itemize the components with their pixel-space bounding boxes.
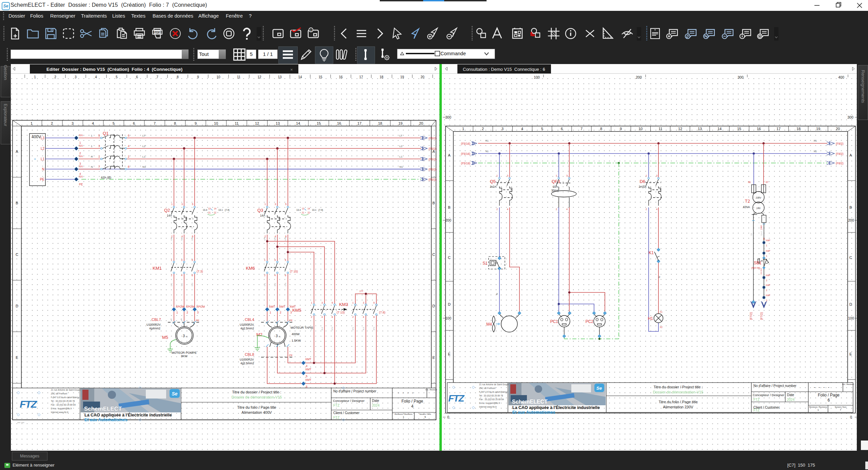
svg-text:5: 5 bbox=[541, 127, 543, 131]
svg-text:9: 9 bbox=[197, 75, 199, 79]
svg-text:13-2: 13-2 bbox=[761, 231, 763, 236]
svg-text:(7 15): (7 15) bbox=[290, 270, 298, 273]
svg-text:4: 4 bbox=[566, 208, 568, 211]
svg-text:ZAC de Fremont: ZAC de Fremont bbox=[51, 392, 67, 395]
svg-text:(F8/2): (F8/2) bbox=[836, 162, 844, 165]
svg-text:L1: L1 bbox=[399, 155, 402, 158]
svg-text:XA: XA bbox=[79, 144, 83, 147]
svg-text:1: 1 bbox=[270, 311, 271, 314]
svg-text:Titre du folio / Page title: Titre du folio / Page title bbox=[658, 400, 697, 404]
svg-text:D6: D6 bbox=[639, 179, 645, 184]
svg-text:63A (B): 63A (B) bbox=[101, 176, 111, 179]
svg-text:6: 6 bbox=[306, 385, 308, 388]
svg-text:Se: Se bbox=[172, 391, 177, 396]
svg-text:1T6: 1T6 bbox=[284, 283, 287, 286]
svg-text:2L2: 2L2 bbox=[321, 327, 323, 330]
svg-text:Q2: Q2 bbox=[164, 208, 170, 213]
svg-text:(F5/2): (F5/2) bbox=[429, 158, 437, 161]
svg-text:PE: PE bbox=[79, 183, 83, 186]
svg-text:Se: Se bbox=[596, 386, 602, 391]
svg-text:5: 5 bbox=[98, 134, 100, 137]
svg-text:18: 18 bbox=[379, 75, 383, 79]
svg-text:2: 2 bbox=[280, 311, 281, 314]
svg-text:24V: 24V bbox=[756, 207, 761, 209]
svg-text:2: 2 bbox=[766, 279, 767, 282]
svg-text:D: D bbox=[849, 302, 852, 306]
svg-text:S1: S1 bbox=[482, 261, 488, 266]
svg-text:XAP: XAP bbox=[766, 250, 770, 252]
svg-text:2024: 2024 bbox=[787, 398, 795, 402]
svg-text:18: 18 bbox=[378, 121, 382, 125]
svg-text:10: 10 bbox=[214, 121, 218, 125]
svg-text:1: 1 bbox=[556, 174, 557, 177]
svg-text:6: 6 bbox=[136, 75, 138, 79]
svg-text:11: 11 bbox=[237, 75, 241, 79]
svg-text:15: 15 bbox=[318, 75, 322, 79]
svg-text:A: A bbox=[849, 153, 852, 157]
svg-text:8: 8 bbox=[128, 165, 130, 168]
svg-text:3T3: 3T3 bbox=[373, 327, 375, 330]
svg-text:5: 5 bbox=[192, 259, 193, 262]
svg-text:2: 2 bbox=[171, 274, 172, 277]
svg-text:24V: 24V bbox=[760, 225, 763, 230]
svg-text:PC1: PC1 bbox=[550, 319, 558, 324]
svg-text:1: 1 bbox=[817, 409, 819, 411]
svg-text:XAP: XAP bbox=[766, 274, 770, 277]
svg-text:— —: — — bbox=[17, 421, 24, 424]
svg-text:(F8/2): (F8/2) bbox=[836, 152, 844, 156]
svg-text:CBL4: CBL4 bbox=[245, 318, 254, 322]
svg-text:3T1: 3T1 bbox=[352, 327, 354, 330]
svg-text:6: 6 bbox=[128, 134, 130, 137]
svg-text:+: + bbox=[34, 157, 36, 161]
svg-text:22: 22 bbox=[214, 211, 217, 214]
svg-text:4: 4 bbox=[274, 274, 276, 277]
svg-text:5: 5 bbox=[116, 75, 118, 79]
svg-text:16: 16 bbox=[339, 75, 343, 79]
svg-text:FTZ: FTZ bbox=[753, 398, 760, 402]
svg-text:.63VA: .63VA bbox=[742, 205, 750, 209]
svg-text:100: 100 bbox=[534, 75, 540, 79]
svg-text:1: 1 bbox=[766, 244, 767, 247]
svg-text:M5: M5 bbox=[162, 335, 168, 340]
svg-text:12: 12 bbox=[678, 127, 682, 131]
svg-text:U1000R2V: U1000R2V bbox=[146, 323, 161, 326]
svg-text:Fax : 33 (0)3 83 25 89 84: Fax : 33 (0)3 83 25 89 84 bbox=[479, 398, 504, 401]
svg-text:C: C bbox=[16, 252, 18, 257]
svg-text:N: N bbox=[42, 167, 44, 171]
svg-text:Titre du folio / Page title: Titre du folio / Page title bbox=[237, 405, 276, 409]
svg-text:Concepteur / Designer: Concepteur / Designer bbox=[333, 399, 364, 403]
svg-text:XPOM: XPOM bbox=[186, 305, 194, 308]
svg-text:(F5/2): (F5/2) bbox=[429, 147, 437, 150]
svg-text:3: 3 bbox=[321, 301, 323, 304]
svg-text:200: 200 bbox=[848, 218, 854, 222]
svg-text:15: 15 bbox=[317, 121, 321, 125]
svg-text:D: D bbox=[432, 304, 435, 308]
svg-text:PE: PE bbox=[289, 319, 293, 322]
svg-text:10: 10 bbox=[638, 127, 643, 131]
svg-text:4: 4 bbox=[306, 364, 308, 368]
svg-text:XMT: XMT bbox=[305, 357, 311, 361]
svg-text:5: 5 bbox=[373, 301, 375, 304]
svg-text:Ind. / Revision: Ind. / Revision bbox=[426, 389, 437, 391]
svg-text:Révisions / Revisions: Révisions / Revisions bbox=[809, 406, 827, 408]
svg-text:7: 7 bbox=[154, 121, 156, 125]
svg-text:E: E bbox=[448, 352, 450, 356]
svg-text:13-112: 13-112 bbox=[760, 268, 762, 274]
svg-text:100: 100 bbox=[445, 316, 451, 320]
svg-text:Révisions / Revisions: Révisions / Revisions bbox=[395, 413, 413, 415]
svg-text:17: 17 bbox=[359, 75, 363, 79]
svg-text:4: 4 bbox=[128, 144, 130, 148]
svg-text:PE: PE bbox=[196, 319, 199, 322]
svg-text:200: 200 bbox=[445, 218, 451, 222]
svg-text:4: 4 bbox=[521, 127, 523, 131]
svg-text:L3: L3 bbox=[41, 136, 45, 140]
svg-text:X2: X2 bbox=[660, 326, 663, 328]
svg-text:8: 8 bbox=[174, 121, 176, 125]
svg-text:7: 7 bbox=[840, 409, 841, 411]
svg-text:17: 17 bbox=[357, 121, 361, 125]
svg-text:FTZ: FTZ bbox=[333, 404, 339, 407]
svg-text:SB1: SB1 bbox=[754, 261, 762, 265]
svg-text:N1: N1 bbox=[814, 150, 817, 152]
svg-text:21 rue Antoine de Saint Exupér: 21 rue Antoine de Saint Exupéry bbox=[51, 389, 83, 391]
svg-text:6T1: 6T1 bbox=[191, 237, 193, 241]
